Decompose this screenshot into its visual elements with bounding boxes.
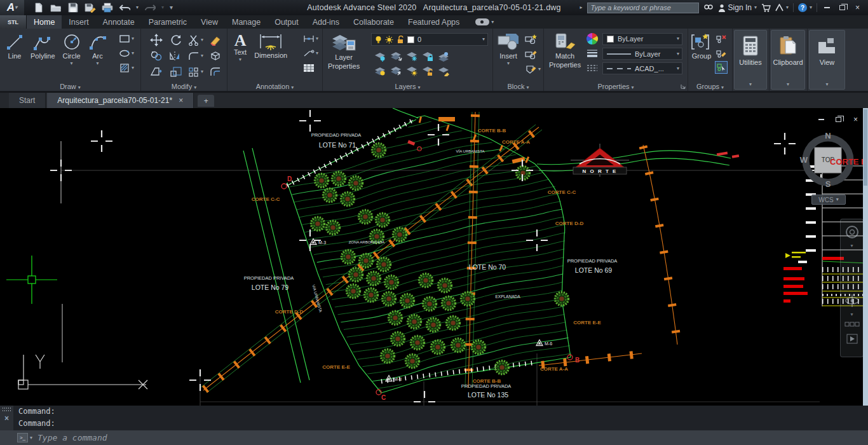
rectangle-dropdown-icon[interactable]: ▾: [132, 36, 134, 41]
table-button[interactable]: [302, 62, 315, 74]
ellipse-dropdown-icon[interactable]: ▾: [132, 51, 134, 56]
qat-customize-icon[interactable]: ▾: [170, 4, 173, 11]
undo-button[interactable]: [119, 2, 130, 13]
leader-button[interactable]: [302, 47, 315, 60]
new-file-button[interactable]: [33, 2, 44, 13]
trim-button[interactable]: [187, 34, 200, 46]
help-control[interactable]: ?▾: [798, 3, 812, 12]
viewcube[interactable]: N W S TOP CORTE E: [794, 117, 868, 192]
erase-button[interactable]: [209, 34, 222, 46]
sign-in-control[interactable]: Sign In ▾: [718, 3, 757, 12]
panel-label-groups[interactable]: Groups ▾: [688, 83, 732, 90]
dimension-button[interactable]: Dimension: [254, 33, 287, 62]
scale-button[interactable]: [170, 65, 182, 78]
undo-dropdown-icon[interactable]: ▾: [136, 5, 139, 10]
layer-make-current-button[interactable]: [438, 50, 451, 63]
wcs-control[interactable]: WCS▾: [811, 195, 846, 205]
command-close-icon[interactable]: ×: [4, 414, 9, 422]
tab-collaborate[interactable]: Collaborate: [346, 15, 401, 29]
doc-tab-active[interactable]: Arquitectura_parcela70-05-01-21*×: [47, 93, 194, 108]
color-wheel-icon[interactable]: [586, 32, 599, 45]
tab-featured-apps[interactable]: Featured Apps: [401, 15, 466, 29]
rectangle-button[interactable]: [118, 32, 131, 45]
vertical-scrollbar[interactable]: [863, 108, 868, 406]
close-button[interactable]: ×: [852, 3, 863, 13]
fillet-button[interactable]: [187, 50, 200, 62]
save-as-button[interactable]: [85, 2, 96, 13]
circle-button[interactable]: Circle ▾: [62, 32, 82, 66]
group-button[interactable]: Group: [691, 32, 712, 60]
linear-dim-dropdown-icon[interactable]: ▾: [316, 36, 318, 41]
linetype-combo[interactable]: ACAD_...▾: [602, 62, 682, 74]
layer-isolate-button[interactable]: [390, 50, 403, 63]
nav-wheel-dropdown-icon[interactable]: ▾: [850, 243, 853, 249]
mirror-button[interactable]: [170, 50, 182, 62]
copy-button[interactable]: [150, 50, 163, 62]
command-drag-handle[interactable]: [3, 407, 11, 411]
showmotion-play-icon[interactable]: [846, 334, 858, 344]
search-history-icon[interactable]: ▸: [580, 5, 583, 10]
search-icon[interactable]: [703, 3, 714, 12]
open-file-button[interactable]: [50, 2, 62, 13]
full-navigation-wheel-icon[interactable]: [844, 224, 860, 240]
offset-button[interactable]: [209, 65, 222, 78]
panel-label-properties[interactable]: Properties ▾: [544, 83, 688, 90]
arc-button[interactable]: Arc ▾: [88, 32, 107, 66]
panel-label-block[interactable]: Block ▾: [493, 83, 543, 90]
create-block-button[interactable]: [525, 32, 538, 45]
text-button[interactable]: A Text ▾: [234, 33, 247, 62]
ellipse-button[interactable]: [118, 47, 131, 60]
tab-parametric[interactable]: Parametric: [142, 15, 194, 29]
tab-insert[interactable]: Insert: [62, 15, 95, 29]
command-input-row[interactable]: >_ ▾: [0, 430, 868, 445]
tab-manage[interactable]: Manage: [225, 15, 268, 29]
new-drawing-tab-button[interactable]: +: [198, 95, 214, 107]
tab-output[interactable]: Output: [268, 15, 306, 29]
utilities-panel-button[interactable]: Utilities ▾: [734, 30, 767, 90]
panel-label-annotation[interactable]: Annotation ▾: [227, 83, 322, 90]
trim-dropdown-icon[interactable]: ▾: [201, 38, 203, 43]
linear-dimension-button[interactable]: [302, 32, 315, 45]
command-input[interactable]: [37, 433, 868, 442]
panel-label-draw[interactable]: Draw ▾: [0, 83, 140, 90]
tab-annotate[interactable]: Annotate: [96, 15, 142, 29]
rotate-button[interactable]: [170, 34, 182, 46]
lineweight-combo[interactable]: ByLayer▾: [602, 48, 682, 60]
tab-addins[interactable]: Add-ins: [306, 15, 346, 29]
app-logo-icon[interactable]: A▾: [0, 0, 24, 15]
redo-button[interactable]: [144, 2, 156, 13]
ungroup-button[interactable]: [715, 32, 728, 44]
autodesk-account-control[interactable]: ▾: [775, 4, 789, 11]
move-button[interactable]: [150, 34, 163, 46]
array-dropdown-icon[interactable]: ▾: [201, 69, 203, 74]
drawing-canvas[interactable]: D C B N O R T E M-3: [0, 108, 868, 406]
insert-block-button[interactable]: Insert ▾: [497, 32, 520, 66]
leader-dropdown-icon[interactable]: ▾: [316, 51, 318, 56]
search-input[interactable]: [587, 3, 699, 13]
lineweight-icon[interactable]: [586, 49, 599, 59]
plot-button[interactable]: [102, 2, 113, 13]
line-button[interactable]: Line: [5, 32, 24, 66]
explode-button[interactable]: [209, 50, 222, 62]
layer-unisolate-button[interactable]: [390, 65, 403, 78]
minimize-button[interactable]: [822, 3, 832, 13]
layer-unlock-button[interactable]: [422, 65, 435, 78]
showmotion-squares-icon[interactable]: [844, 321, 860, 330]
layer-match-button[interactable]: [438, 65, 451, 78]
layer-lock-button[interactable]: [422, 50, 435, 63]
hatch-dropdown-icon[interactable]: ▾: [132, 65, 134, 71]
recent-commands-dropdown-icon[interactable]: ▾: [30, 435, 32, 441]
array-button[interactable]: [187, 65, 200, 78]
tab-home[interactable]: Home: [27, 15, 62, 29]
fillet-dropdown-icon[interactable]: ▾: [201, 53, 203, 58]
connect-icon[interactable]: ▾: [475, 15, 494, 29]
command-history[interactable]: Command: Command:: [0, 406, 868, 430]
clipboard-panel-button[interactable]: Clipboard ▾: [771, 30, 805, 90]
layer-freeze-button[interactable]: [406, 50, 419, 63]
redo-dropdown-icon[interactable]: ▾: [161, 5, 164, 10]
orbit-icon[interactable]: [844, 293, 860, 308]
navigation-bar[interactable]: ▾ ▾: [840, 219, 864, 357]
drawing-viewport[interactable]: D C B N O R T E M-3: [0, 108, 868, 406]
view-panel-button[interactable]: View ▾: [809, 30, 845, 90]
orbit-dropdown-icon[interactable]: ▾: [850, 312, 853, 317]
